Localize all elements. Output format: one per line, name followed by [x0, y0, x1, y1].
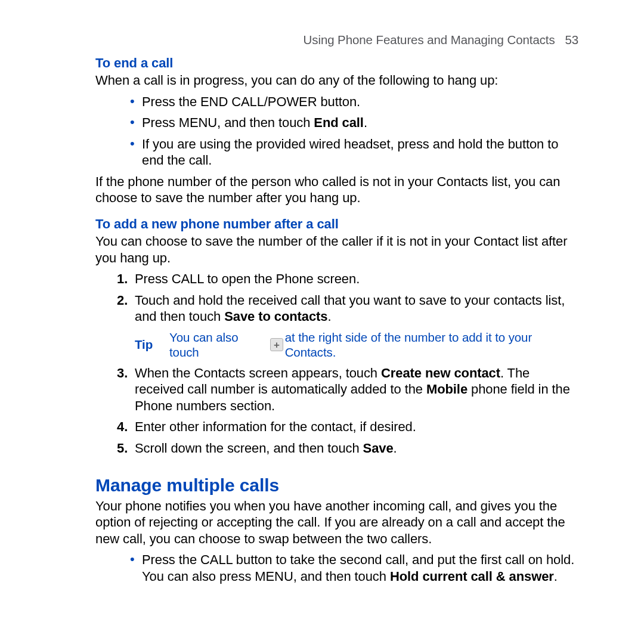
bullet-text: .	[554, 569, 558, 584]
step-text: When the Contacts screen appears, touch	[135, 366, 381, 380]
step-text: .	[327, 309, 331, 324]
bullet-text: Press the END CALL/POWER button.	[142, 94, 360, 109]
page-number: 53	[565, 33, 578, 47]
list-item: Scroll down the screen, and then touch S…	[117, 440, 578, 457]
list-item: Touch and hold the received call that yo…	[117, 292, 578, 360]
tip-text: You can also touch	[169, 330, 268, 360]
paragraph: When a call is in progress, you can do a…	[95, 72, 578, 89]
bullet-text: .	[364, 115, 367, 130]
bold-text: Create new contact	[381, 366, 500, 380]
paragraph: You can choose to save the number of the…	[95, 233, 578, 266]
bullet-list: Press the CALL button to take the second…	[130, 552, 578, 584]
chapter-title: Using Phone Features and Managing Contac…	[304, 33, 555, 47]
manual-page: Using Phone Features and Managing Contac…	[0, 0, 644, 584]
bold-text: End call	[314, 115, 364, 130]
tip-text: at the right side of the number to add i…	[285, 330, 578, 360]
bullet-item: Press the CALL button to take the second…	[130, 552, 578, 584]
step-text: Scroll down the screen, and then touch	[135, 441, 363, 456]
bold-text: Save to contacts	[224, 309, 327, 324]
bold-text: Mobile	[426, 382, 467, 397]
bold-text: Save	[363, 441, 394, 456]
heading-manage-calls: Manage multiple calls	[95, 474, 578, 497]
bold-text: Hold current call & answer	[390, 569, 554, 584]
bullet-list: Press the END CALL/POWER button. Press M…	[130, 94, 578, 169]
heading-end-call: To end a call	[95, 55, 578, 72]
step-text: Enter other information for the contact,…	[135, 419, 416, 434]
list-item: Press CALL to open the Phone screen.	[117, 271, 578, 287]
tip-label: Tip	[135, 337, 169, 352]
step-text: Press CALL to open the Phone screen.	[135, 271, 360, 286]
paragraph: Your phone notifies you when you have an…	[95, 498, 578, 547]
step-text: .	[394, 441, 397, 456]
list-item: When the Contacts screen appears, touch …	[117, 365, 578, 414]
plus-icon: +	[270, 338, 283, 351]
bullet-text: If you are using the provided wired head…	[142, 137, 558, 168]
step-text: Touch and hold the received call that yo…	[135, 293, 565, 324]
tip-row: Tip You can also touch + at the right si…	[135, 330, 578, 360]
numbered-list: Press CALL to open the Phone screen. Tou…	[117, 271, 578, 456]
bullet-item: Press the END CALL/POWER button.	[130, 94, 578, 110]
list-item: Enter other information for the contact,…	[117, 419, 578, 435]
bullet-item: Press MENU, and then touch End call.	[130, 114, 578, 131]
bullet-text: Press MENU, and then touch	[142, 115, 314, 130]
page-header: Using Phone Features and Managing Contac…	[95, 32, 578, 48]
bullet-item: If you are using the provided wired head…	[130, 136, 578, 169]
paragraph: If the phone number of the person who ca…	[95, 174, 578, 206]
heading-add-number: To add a new phone number after a call	[95, 216, 578, 233]
